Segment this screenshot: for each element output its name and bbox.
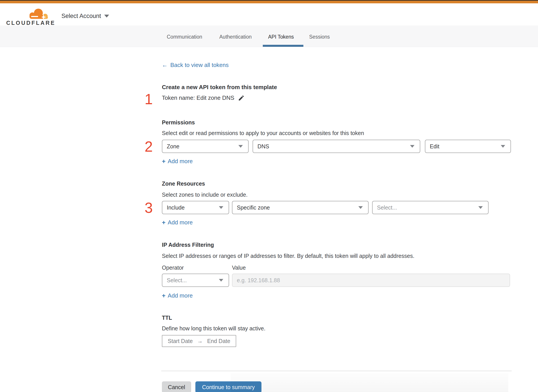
active-tab-underline: [263, 45, 303, 47]
token-template-form: ← Back to view all tokens 1 Create a new…: [162, 47, 512, 392]
caret-down-icon: [239, 145, 243, 148]
zone-kind-select[interactable]: Specific zone: [232, 201, 369, 214]
zone-pick-value: Select...: [377, 205, 478, 211]
account-selector[interactable]: Select Account: [61, 13, 109, 19]
permissions-description: Select edit or read permissions to apply…: [162, 130, 364, 136]
tab-sessions[interactable]: Sessions: [309, 34, 330, 40]
step-number-3: 3: [145, 201, 158, 215]
chevron-down-icon: [104, 15, 109, 18]
permission-scope-select[interactable]: Zone: [162, 140, 249, 153]
tab-authentication[interactable]: Authentication: [219, 34, 252, 40]
value-label: Value: [232, 265, 246, 271]
back-to-tokens-link[interactable]: ← Back to view all tokens: [162, 62, 229, 69]
caret-down-icon: [358, 206, 363, 209]
cloudflare-logo[interactable]: CLOUDFLARE: [6, 8, 48, 26]
caret-down-icon: [219, 279, 223, 282]
permission-group-select[interactable]: DNS: [253, 140, 420, 153]
arrow-right-icon: →: [197, 338, 203, 344]
ip-operator-select[interactable]: Select...: [162, 274, 229, 287]
section-title-create-token: Create a new API token from this templat…: [162, 84, 277, 91]
ip-filtering-description: Select IP addresses or ranges of IP addr…: [162, 253, 415, 259]
permissions-heading: Permissions: [162, 119, 195, 126]
zone-kind-value: Specific zone: [237, 205, 358, 211]
plus-icon: +: [162, 220, 165, 225]
token-name-label: Token name: Edit zone DNS: [162, 94, 234, 101]
start-date-placeholder: Start Date: [168, 338, 193, 344]
back-arrow-icon: ←: [162, 62, 168, 69]
zone-include-select[interactable]: Include: [162, 201, 229, 214]
ip-filtering-add-more-link[interactable]: + Add more: [162, 292, 193, 299]
add-more-label: Add more: [168, 158, 193, 165]
ttl-date-range-picker[interactable]: Start Date → End Date: [162, 335, 236, 347]
caret-down-icon: [478, 206, 483, 209]
add-more-label: Add more: [168, 292, 193, 299]
zone-resources-description: Select zones to include or exclude.: [162, 191, 248, 198]
app-header: CLOUDFLARE Select Account: [0, 3, 538, 25]
cloudflare-cloud-icon: [26, 8, 48, 19]
step-number-2: 2: [145, 139, 158, 154]
zone-include-value: Include: [167, 205, 219, 211]
ip-value-input[interactable]: [232, 274, 510, 287]
zone-resources-add-more-link[interactable]: + Add more: [162, 219, 193, 226]
end-date-placeholder: End Date: [207, 338, 230, 344]
edit-pencil-icon[interactable]: [238, 95, 245, 101]
permissions-add-more-link[interactable]: + Add more: [162, 158, 193, 165]
logo-wordmark: CLOUDFLARE: [6, 20, 48, 26]
permission-level-select[interactable]: Edit: [425, 140, 511, 153]
add-more-label: Add more: [168, 219, 193, 226]
zone-pick-select[interactable]: Select...: [372, 201, 489, 214]
tab-api-tokens[interactable]: API Tokens: [268, 34, 294, 40]
caret-down-icon: [501, 145, 505, 148]
plus-icon: +: [162, 293, 165, 299]
operator-label: Operator: [162, 265, 184, 271]
plus-icon: +: [162, 159, 165, 164]
permission-group-value: DNS: [257, 143, 410, 150]
account-selector-label: Select Account: [61, 13, 101, 19]
ttl-description: Define how long this token will stay act…: [162, 325, 266, 332]
tab-communication[interactable]: Communication: [167, 34, 202, 40]
continue-to-summary-button[interactable]: Continue to summary: [195, 381, 262, 392]
cancel-button[interactable]: Cancel: [162, 381, 191, 392]
caret-down-icon: [219, 206, 223, 209]
profile-tab-bar: Communication Authentication API Tokens …: [0, 25, 538, 47]
ttl-heading: TTL: [162, 315, 172, 321]
footer-divider: [161, 371, 512, 371]
permission-level-value: Edit: [430, 143, 501, 150]
caret-down-icon: [410, 145, 415, 148]
ip-operator-value: Select...: [167, 277, 219, 284]
brand-orange-bar: [0, 1, 538, 3]
back-link-label: Back to view all tokens: [170, 62, 229, 69]
token-name-row: Token name: Edit zone DNS: [162, 94, 245, 101]
zone-resources-heading: Zone Resources: [162, 181, 205, 187]
step-number-1: 1: [145, 92, 158, 107]
permission-scope-value: Zone: [167, 143, 239, 150]
ip-filtering-heading: IP Address Filtering: [162, 242, 214, 248]
